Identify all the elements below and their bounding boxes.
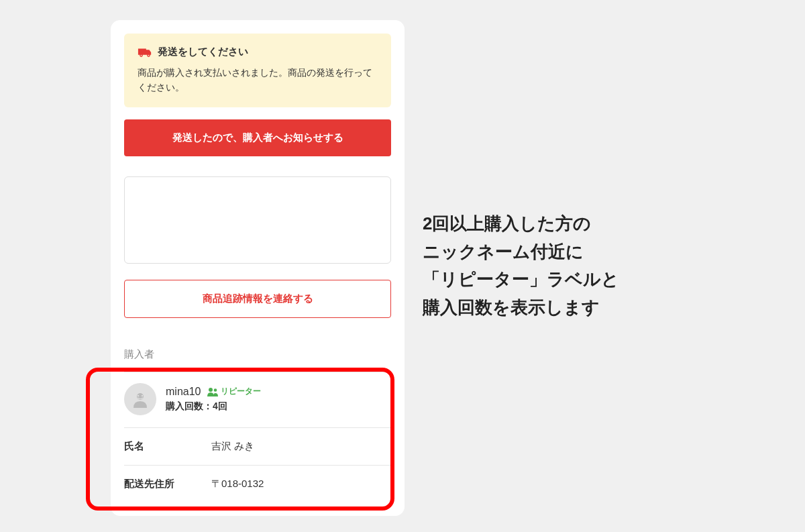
truck-icon xyxy=(138,47,152,58)
buyer-section-label: 購入者 xyxy=(124,348,391,361)
svg-point-5 xyxy=(138,395,139,396)
notify-shipped-button[interactable]: 発送したので、購入者へお知らせする xyxy=(124,119,391,156)
name-value: 吉沢 みき xyxy=(211,440,254,453)
address-label: 配送先住所 xyxy=(124,478,211,490)
notice-body: 商品が購入され支払いされました。商品の発送を行ってください。 xyxy=(138,65,378,95)
repeater-label: リピーター xyxy=(221,386,261,397)
buyer-name-row: mina10 リピーター xyxy=(166,386,391,398)
annotation-text: 2回以上購入した方の ニックネーム付近に 「リピーター」ラベルと 購入回数を表示… xyxy=(423,210,619,321)
phone-frame: 発送をしてください 商品が購入され支払いされました。商品の発送を行ってください。… xyxy=(111,20,405,516)
name-label: 氏名 xyxy=(124,440,211,453)
avatar-placeholder-icon xyxy=(130,389,150,409)
annotation-line: 「リピーター」ラベルと xyxy=(423,266,619,294)
repeater-badge: リピーター xyxy=(207,386,261,397)
buyer-info: mina10 リピーター 購入回数：4回 xyxy=(166,386,391,413)
people-icon xyxy=(207,387,218,396)
annotation-line: 購入回数を表示します xyxy=(423,294,619,322)
svg-point-7 xyxy=(209,388,213,392)
buyer-row[interactable]: mina10 リピーター 購入回数：4回 xyxy=(124,372,391,428)
tracking-info-button[interactable]: 商品追跡情報を連絡する xyxy=(124,280,391,318)
annotation-line: 2回以上購入した方の xyxy=(423,210,619,238)
address-value: 〒018-0132 xyxy=(211,478,264,490)
content-box xyxy=(124,176,391,264)
buyer-nickname: mina10 xyxy=(166,386,201,398)
svg-point-8 xyxy=(214,388,217,392)
annotation-line: ニックネーム付近に xyxy=(423,238,619,266)
notice-header: 発送をしてください xyxy=(138,46,378,58)
svg-point-6 xyxy=(142,395,143,396)
svg-point-3 xyxy=(148,54,150,56)
avatar xyxy=(124,383,156,415)
address-row: 配送先住所 〒018-0132 xyxy=(124,466,391,502)
purchase-count: 購入回数：4回 xyxy=(166,401,391,413)
svg-point-1 xyxy=(141,54,142,56)
shipping-notice: 発送をしてください 商品が購入され支払いされました。商品の発送を行ってください。 xyxy=(124,34,391,107)
name-row: 氏名 吉沢 みき xyxy=(124,428,391,466)
notice-title: 発送をしてください xyxy=(158,46,248,58)
